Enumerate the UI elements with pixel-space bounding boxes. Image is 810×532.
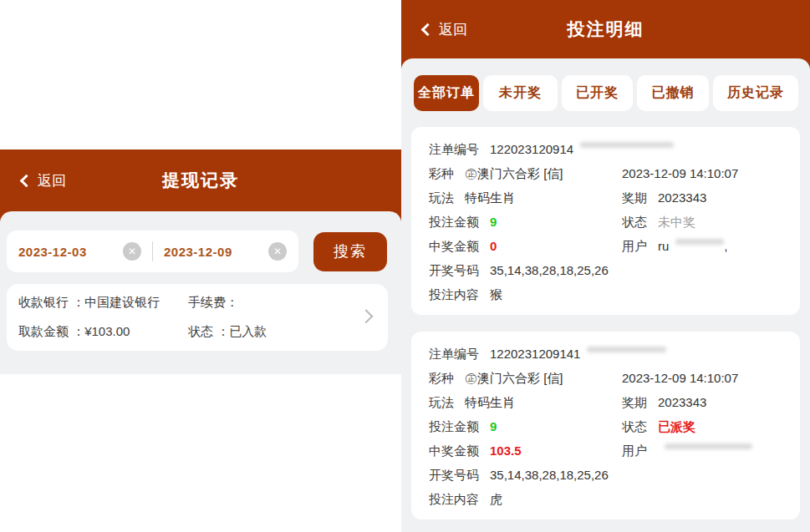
- draw-numbers: 35,14,38,28,18,25,26: [490, 263, 609, 277]
- date-divider: [152, 241, 153, 261]
- redacted-text: [580, 142, 674, 148]
- bet-amount-value: 9: [490, 419, 497, 433]
- play-value: 特码生肖: [465, 190, 515, 205]
- chevron-right-icon[interactable]: [359, 309, 374, 323]
- back-label: 返回: [439, 20, 467, 39]
- status-badge: 未中奖: [658, 215, 695, 229]
- play-row: 玩法特码生肖 奖期2023343: [429, 185, 788, 210]
- draw-row: 开奖号码35,14,38,28,18,25,26: [429, 258, 788, 282]
- search-button[interactable]: 搜索: [313, 232, 387, 271]
- bet-content-value: 猴: [490, 287, 502, 301]
- bet-id-row: 注单编号122023120914: [429, 137, 788, 161]
- win-amount-value: 0: [490, 239, 497, 253]
- play-value: 特码生肖: [465, 395, 515, 409]
- clear-date-to-icon[interactable]: ✕: [268, 242, 287, 261]
- win-row: 中奖金额103.5 用户: [429, 438, 788, 463]
- date-from-segment: 2023-12-03 ✕: [18, 242, 141, 261]
- order-card: 注单编号1220231209141 彩种㊣澳门六合彩 [信] 2023-12-0…: [411, 332, 800, 519]
- redacted-text: [587, 347, 666, 352]
- lottery-row: 彩种㊣澳门六合彩 [信] 2023-12-09 14:10:07: [429, 161, 788, 185]
- bets-content: 全部订单 未开奖 已开奖 已撤销 历史记录 注单编号122023120914 彩…: [401, 58, 810, 532]
- win-amount-value: 103.5: [490, 443, 522, 458]
- bet-time: 2023-12-09 14:10:07: [622, 166, 738, 180]
- user-suffix: ,: [724, 239, 727, 253]
- page-title: 提现记录: [162, 169, 239, 192]
- bank-field: 收款银行 ：中国建设银行: [18, 295, 188, 317]
- lottery-row: 彩种㊣澳门六合彩 [信] 2023-12-09 14:10:07: [429, 366, 788, 390]
- back-chevron-icon: [20, 175, 33, 188]
- amount-row: 投注金额9 状态已派奖: [429, 414, 788, 438]
- redacted-text: [675, 239, 724, 245]
- fee-field: 手续费：: [188, 295, 349, 317]
- lottery-value: ㊣澳门六合彩 [信]: [465, 371, 563, 385]
- status-badge: 已派奖: [658, 419, 695, 433]
- withdraw-screen: 返回 提现记录 2023-12-03 ✕ 2023-12-09 ✕ 搜索 收款银…: [0, 0, 401, 532]
- bets-screen: 返回 投注明细 全部订单 未开奖 已开奖 已撤销 历史记录 注单编号122023…: [401, 0, 810, 532]
- date-from-field[interactable]: 2023-12-03: [18, 245, 87, 259]
- bet-content-value: 虎: [490, 492, 502, 506]
- bet-id-row: 注单编号1220231209141: [429, 342, 788, 366]
- clear-date-from-icon[interactable]: ✕: [123, 242, 141, 261]
- withdraw-content: 2023-12-03 ✕ 2023-12-09 ✕ 搜索 收款银行 ：中国建设银…: [0, 211, 401, 374]
- status-field: 状态 ：已入款: [188, 324, 349, 346]
- date-to-segment: 2023-12-09 ✕: [164, 242, 287, 261]
- tab-not-drawn[interactable]: 未开奖: [483, 75, 558, 111]
- back-label: 返回: [38, 171, 66, 190]
- amount-field: 取款金额 ：¥103.00: [18, 324, 188, 346]
- content-row: 投注内容猴: [429, 282, 788, 307]
- amount-row: 投注金额9 状态未中奖: [429, 210, 788, 234]
- bet-amount-value: 9: [490, 215, 497, 229]
- lottery-value: ㊣澳门六合彩 [信]: [465, 166, 563, 180]
- date-range-box: 2023-12-03 ✕ 2023-12-09 ✕: [7, 231, 298, 272]
- tab-cancelled[interactable]: 已撤销: [637, 75, 709, 111]
- period-value: 2023343: [658, 190, 706, 205]
- filter-row: 2023-12-03 ✕ 2023-12-09 ✕ 搜索: [7, 231, 387, 272]
- withdraw-record-card[interactable]: 收款银行 ：中国建设银行 手续费： 取款金额 ：¥103.00 状态 ：已入款: [7, 284, 388, 351]
- back-button[interactable]: 返回: [22, 149, 66, 211]
- win-row: 中奖金额0 用户ru,: [429, 234, 788, 258]
- play-row: 玩法特码生肖 奖期2023343: [429, 390, 788, 414]
- back-chevron-icon: [421, 23, 435, 37]
- user-value: ru: [658, 239, 669, 253]
- draw-numbers: 35,14,38,28,18,25,26: [490, 468, 609, 482]
- order-card: 注单编号122023120914 彩种㊣澳门六合彩 [信] 2023-12-09…: [411, 127, 800, 315]
- order-tabs: 全部订单 未开奖 已开奖 已撤销 历史记录: [414, 75, 798, 111]
- page-title: 投注明细: [568, 18, 644, 41]
- bet-id-value: 1220231209141: [490, 347, 580, 361]
- draw-row: 开奖号码35,14,38,28,18,25,26: [429, 463, 788, 487]
- bet-time: 2023-12-09 14:10:07: [622, 371, 738, 385]
- date-to-field[interactable]: 2023-12-09: [164, 245, 232, 259]
- tab-all-orders[interactable]: 全部订单: [414, 75, 479, 111]
- redacted-text: [665, 443, 752, 449]
- tab-drawn[interactable]: 已开奖: [562, 75, 633, 111]
- content-row: 投注内容虎: [429, 487, 788, 511]
- back-button[interactable]: 返回: [423, 0, 467, 58]
- period-value: 2023343: [658, 395, 706, 409]
- tab-history[interactable]: 历史记录: [713, 75, 798, 111]
- bet-id-value: 122023120914: [490, 142, 573, 156]
